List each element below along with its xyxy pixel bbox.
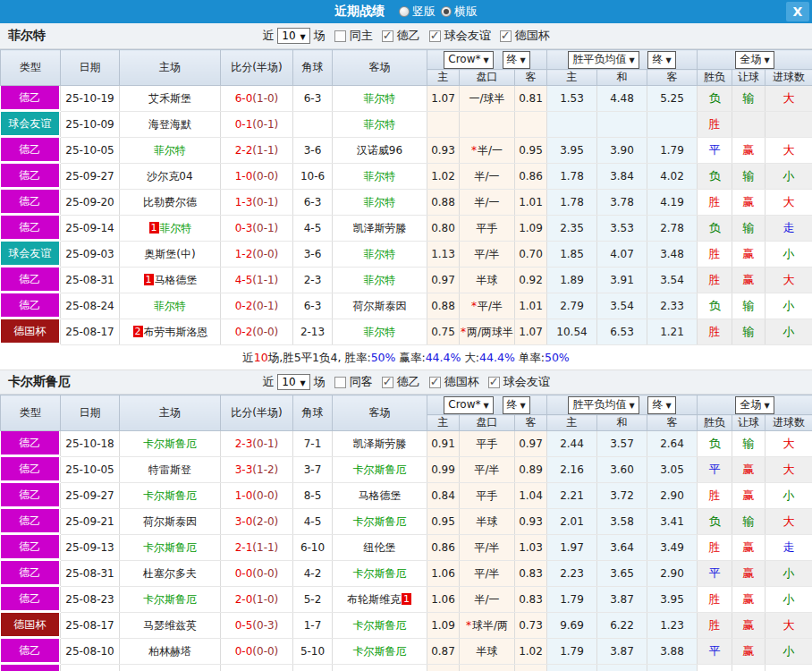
avg-away-cell: 2.90 (647, 483, 698, 509)
result-cell: 负 (698, 164, 732, 190)
match-row: 德乙25-09-27卡尔斯鲁厄1-0(0-0)8-5马格德堡0.84平手1.04… (1, 483, 812, 509)
handicap-cell: 半/一 (460, 190, 515, 216)
result-cell: 胜 (698, 319, 732, 345)
page-title: 近期战绩 (334, 4, 385, 20)
handicap-cell: *平/半 (460, 293, 515, 319)
handicap-result-cell: 赢 (732, 457, 765, 483)
corners-cell: 10-6 (293, 164, 333, 190)
avg-away-cell: 2.78 (647, 216, 698, 242)
corners-cell: 5-10 (293, 639, 333, 665)
league-checkbox-3[interactable] (500, 30, 512, 42)
avg-home-cell: 1.79 (547, 639, 597, 665)
result-cell: 胜 (698, 535, 732, 561)
avg-draw-cell: 3.64 (597, 535, 647, 561)
handicap-result-cell: 输 (732, 509, 765, 535)
match-row: 德国杯25-08-172布劳韦斯洛恩0-2(0-0)2-13菲尔特0.75*两/… (1, 319, 812, 345)
match-row: 德乙25-09-21荷尔斯泰因3-0(2-0)4-5卡尔斯鲁厄0.95半球0.9… (1, 509, 812, 535)
away-team-cell: 菲尔特 (333, 164, 427, 190)
avg-draw-cell: 3.87 (597, 587, 647, 613)
col-type: 类型 (1, 395, 61, 431)
league-checkbox-2[interactable] (429, 377, 441, 388)
bookmaker-select[interactable]: Crow*▼ (444, 396, 493, 414)
match-row: 德乙25-10-19艾禾斯堡6-0(1-0)6-3菲尔特1.07一/球半0.81… (1, 86, 812, 112)
away-team-cell: 卡尔斯鲁厄 (333, 561, 427, 587)
home-odds-cell: 0.93 (427, 138, 460, 164)
avg-away-cell: 4.02 (647, 164, 698, 190)
match-type-cell: 德乙 (1, 483, 61, 509)
date-cell: 25-08-10 (61, 639, 120, 665)
filter-bar: 菲尔特 近 10▼ 场 同主 德乙 球会友谊 德国杯 (0, 23, 812, 49)
home-odds-cell: 1.02 (427, 164, 460, 190)
league-checkbox-3[interactable] (488, 377, 500, 388)
col-score: 比分(半场) (221, 50, 293, 86)
away-team-cell: 纽伦堡 (333, 535, 427, 561)
horizontal-radio[interactable] (441, 6, 452, 17)
bookmaker-select[interactable]: Crow*▼ (444, 51, 493, 69)
avg-time-select[interactable]: 终▼ (647, 396, 675, 414)
col-corners: 角球 (293, 50, 333, 86)
handicap-cell: 平/半 (460, 561, 515, 587)
sub-col-home-odds: 主 (427, 415, 460, 431)
full-match-select[interactable]: 全场▼ (735, 51, 774, 69)
odds-time-select[interactable]: 终▼ (503, 51, 530, 69)
result-cell: 胜 (698, 242, 732, 268)
score-cell: 0-3(0-1) (221, 216, 293, 242)
avg-away-cell: 3.88 (647, 639, 698, 665)
away-team-cell: 菲尔特 (333, 242, 427, 268)
full-match-value: 全场 (740, 53, 761, 65)
avg-select[interactable]: 胜平负均值▼ (568, 396, 639, 414)
corners-cell: 6-3 (293, 293, 333, 319)
avg-draw-cell: 3.58 (597, 509, 647, 535)
date-cell: 25-10-19 (61, 86, 120, 112)
league-label-2[interactable]: 德国杯 (444, 374, 479, 390)
goals-result-cell: 大 (765, 665, 812, 671)
date-cell: 25-08-17 (61, 319, 120, 345)
home-odds-cell: 0.88 (427, 190, 460, 216)
avg-home-cell: 1.96 (547, 665, 597, 671)
match-row: 德乙25-08-24菲尔特0-2(0-1)6-3荷尔斯泰因0.88*平/半1.0… (1, 293, 812, 319)
score-cell: 1-2(0-0) (221, 242, 293, 268)
odds-time-select[interactable]: 终▼ (503, 396, 530, 414)
col-home: 主场 (120, 395, 221, 431)
match-type-cell: 球会友谊 (1, 112, 61, 138)
close-button[interactable]: X (786, 2, 809, 21)
away-odds-cell: 1.02 (515, 639, 547, 665)
same-away-checkbox[interactable] (334, 377, 346, 388)
same-home-checkbox[interactable] (334, 30, 346, 42)
avg-draw-cell (597, 112, 647, 138)
date-cell: 25-10-05 (61, 457, 120, 483)
chevron-down-icon: ▼ (665, 402, 671, 410)
same-home-label[interactable]: 同主 (350, 28, 373, 44)
handicap-result-cell (732, 112, 765, 138)
league-label-1[interactable]: 德乙 (397, 28, 420, 44)
handicap-result-cell: 赢 (732, 242, 765, 268)
horizontal-radio-label[interactable]: 横版 (454, 4, 478, 20)
league-label-3[interactable]: 德国杯 (515, 28, 550, 44)
avg-time-select[interactable]: 终▼ (647, 51, 675, 69)
date-cell: 25-09-14 (61, 216, 120, 242)
sub-col-handicap: 盘口 (460, 70, 515, 86)
same-away-label[interactable]: 同客 (350, 374, 373, 390)
goals-result-cell: 小 (765, 242, 812, 268)
vertical-radio-label[interactable]: 竖版 (412, 4, 436, 20)
full-match-select[interactable]: 全场▼ (735, 396, 774, 414)
match-count-select[interactable]: 10▼ (277, 374, 309, 390)
avg-select[interactable]: 胜平负均值▼ (568, 51, 639, 69)
league-checkbox-2[interactable] (429, 30, 441, 42)
summary-segment: 44.4% (426, 351, 461, 364)
match-count-select[interactable]: 10▼ (277, 28, 309, 44)
league-checkbox-1[interactable] (382, 377, 393, 388)
league-checkbox-1[interactable] (382, 30, 393, 42)
league-label-3[interactable]: 球会友谊 (503, 374, 550, 390)
vertical-radio[interactable] (399, 6, 410, 17)
avg-draw-cell: 3.84 (597, 164, 647, 190)
match-type-cell: 德国杯 (1, 613, 61, 639)
league-label-1[interactable]: 德乙 (397, 374, 420, 390)
match-row: 德乙25-09-20比勒费尔德1-3(0-1)6-3菲尔特0.88半/一1.01… (1, 190, 812, 216)
odds-group-header: Crow*▼ 终▼ (427, 395, 547, 415)
league-label-2[interactable]: 球会友谊 (444, 28, 491, 44)
corners-cell: 4-5 (293, 509, 333, 535)
matches-table: 类型 日期 主场 比分(半场) 角球 客场 Crow*▼ 终▼ 胜平负均值▼ 终… (0, 49, 812, 345)
corners-cell: 5-2 (293, 587, 333, 613)
match-row: 球会友谊25-10-09海登海默0-1(0-1)菲尔特胜 (1, 112, 812, 138)
